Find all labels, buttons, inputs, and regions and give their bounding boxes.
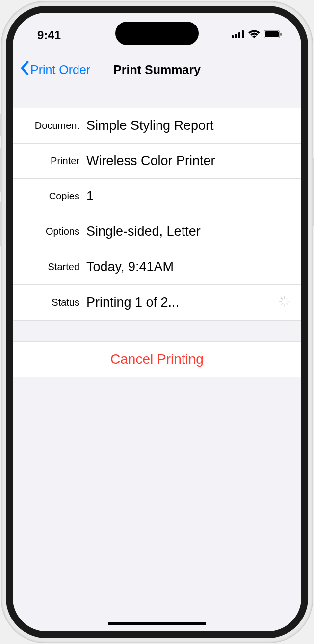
svg-line-14: [287, 298, 288, 299]
svg-rect-6: [280, 33, 282, 36]
row-label: Started: [13, 261, 86, 272]
battery-icon: [264, 30, 282, 40]
row-value: Wireless Color Printer: [86, 153, 295, 169]
spinner-icon: [279, 296, 290, 309]
row-value: Single-sided, Letter: [86, 224, 295, 239]
row-value: Simple Styling Report: [86, 118, 295, 133]
summary-list: Document Simple Styling Report Printer W…: [13, 108, 301, 321]
row-label: Document: [13, 120, 86, 131]
svg-rect-0: [232, 35, 234, 38]
svg-rect-5: [265, 31, 279, 37]
row-label: Options: [13, 226, 86, 237]
back-button[interactable]: Print Order: [20, 61, 90, 78]
svg-rect-2: [238, 32, 240, 38]
row-label: Copies: [13, 191, 86, 202]
row-value: Printing 1 of 2...: [86, 295, 279, 310]
row-options: Options Single-sided, Letter: [13, 214, 301, 249]
row-label: Printer: [13, 155, 86, 167]
svg-line-9: [281, 298, 283, 299]
row-label: Status: [13, 297, 86, 308]
row-value: 1: [86, 189, 295, 204]
wifi-icon: [248, 30, 260, 40]
svg-rect-3: [242, 30, 244, 38]
navigation-bar: Print Order Print Summary: [13, 46, 301, 88]
page-title: Print Summary: [113, 63, 201, 77]
status-time: 9:41: [37, 28, 61, 42]
cancel-button-label: Cancel Printing: [110, 351, 204, 367]
row-status: Status Printing 1 of 2...: [13, 285, 301, 320]
row-document: Document Simple Styling Report: [13, 108, 301, 144]
cellular-icon: [232, 30, 244, 40]
svg-rect-1: [235, 34, 237, 38]
svg-line-10: [287, 303, 288, 305]
row-value: Today, 9:41AM: [86, 259, 295, 274]
chevron-left-icon: [20, 61, 29, 78]
row-printer: Printer Wireless Color Printer: [13, 144, 301, 179]
row-copies: Copies 1: [13, 179, 301, 214]
back-button-label: Print Order: [30, 63, 90, 77]
home-indicator[interactable]: [108, 622, 206, 625]
cancel-printing-button[interactable]: Cancel Printing: [13, 342, 301, 377]
dynamic-island: [115, 22, 199, 45]
svg-line-13: [281, 303, 283, 305]
row-started: Started Today, 9:41AM: [13, 249, 301, 285]
